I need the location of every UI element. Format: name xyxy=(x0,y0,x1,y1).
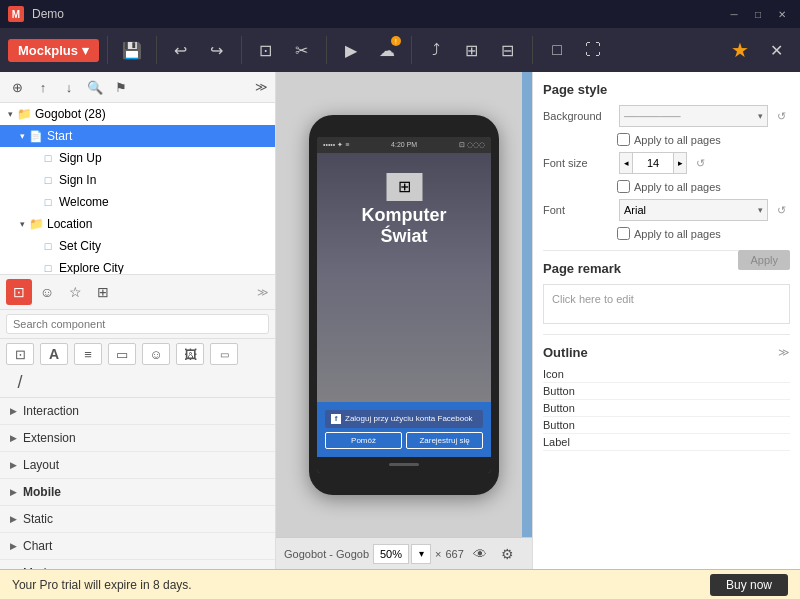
frame-button[interactable]: ⊡ xyxy=(250,34,282,66)
comp-icon-widget[interactable]: ⊡ xyxy=(6,343,34,365)
search-input[interactable] xyxy=(6,314,269,334)
outline-item-4[interactable]: Label xyxy=(543,434,790,451)
tree-root[interactable]: ▾ 📁 Gogobot (28) xyxy=(0,103,275,125)
monitor-button[interactable]: □ xyxy=(541,34,573,66)
comp-icon-input[interactable]: ▭ xyxy=(210,343,238,365)
phone-app-title: Komputer Świat xyxy=(361,205,448,247)
zoom-input[interactable] xyxy=(373,544,409,564)
brand-button[interactable]: Mockplus ▾ xyxy=(8,39,99,62)
font-apply-checkbox[interactable] xyxy=(617,227,630,240)
background-apply-row: Apply to all pages xyxy=(543,133,790,146)
cat-markup-header[interactable]: ▶ Markup xyxy=(0,560,275,569)
cat-extension-header[interactable]: ▶ Extension xyxy=(0,425,275,451)
canvas-settings-btn[interactable]: ⚙ xyxy=(496,542,520,566)
zoom-dropdown-btn[interactable]: ▾ xyxy=(411,544,431,564)
background-dropdown[interactable]: ──────── ▾ xyxy=(619,105,768,127)
close-button[interactable]: ✕ xyxy=(772,6,792,22)
star-button[interactable]: ★ xyxy=(724,34,756,66)
font-size-value[interactable]: 14 xyxy=(633,152,673,174)
tree-item-location[interactable]: ▾ 📁 Location xyxy=(0,213,275,235)
comp-collapse-btn[interactable]: ≫ xyxy=(257,286,269,299)
font-size-increment-btn[interactable]: ▸ xyxy=(673,152,687,174)
comp-icon-image[interactable]: 🖼 xyxy=(176,343,204,365)
outline-item-0[interactable]: Icon xyxy=(543,366,790,383)
cat-layout: ▶ Layout xyxy=(0,452,275,479)
tree-down-btn[interactable]: ↓ xyxy=(58,76,80,98)
save-button[interactable]: 💾 xyxy=(116,34,148,66)
outline-collapse-btn[interactable]: ≫ xyxy=(778,346,790,359)
comp-tab-emoji[interactable]: ☺ xyxy=(34,279,60,305)
comp-icon-text[interactable]: A xyxy=(40,343,68,365)
comp-icon-line[interactable]: / xyxy=(6,371,34,393)
undo-button[interactable]: ↩ xyxy=(165,34,197,66)
tree-filter-btn[interactable]: ⚑ xyxy=(110,76,132,98)
brand-label: Mockplus xyxy=(18,43,78,58)
crop-button[interactable]: ✂ xyxy=(286,34,318,66)
share-button[interactable]: ⤴ xyxy=(420,34,452,66)
tree-new-folder-btn[interactable]: ⊕ xyxy=(6,76,28,98)
font-dropdown[interactable]: Arial ▾ xyxy=(619,199,768,221)
font-size-row: Font size ◂ 14 ▸ ↺ xyxy=(543,152,790,174)
tree-item-setcity[interactable]: □ Set City xyxy=(0,235,275,257)
font-label: Font xyxy=(543,204,613,216)
canvas-footer-label: Gogobot - Gogob xyxy=(284,548,369,560)
tree-item-signin[interactable]: □ Sign In xyxy=(0,169,275,191)
fullscreen-button[interactable]: ⛶ xyxy=(577,34,609,66)
cloud-button[interactable]: ☁ ! xyxy=(371,34,403,66)
canvas-width-value: 667 xyxy=(445,548,463,560)
background-apply-checkbox[interactable] xyxy=(617,133,630,146)
comp-tab-favorites[interactable]: ☆ xyxy=(62,279,88,305)
redo-button[interactable]: ↪ xyxy=(201,34,233,66)
font-size-reset-btn[interactable]: ↺ xyxy=(691,154,709,172)
cat-mobile-header[interactable]: ▶ Mobile xyxy=(0,479,275,505)
font-size-decrement-btn[interactable]: ◂ xyxy=(619,152,633,174)
comp-icon-rectangle[interactable]: ▭ xyxy=(108,343,136,365)
apply-button[interactable]: Apply xyxy=(738,250,790,270)
phone-facebook-login-btn[interactable]: f Zaloguj przy użyciu konta Facebook xyxy=(325,410,483,428)
play-button[interactable]: ▶ xyxy=(335,34,367,66)
phone-login-btn[interactable]: Pomóż xyxy=(325,432,402,449)
comp-tab-components[interactable]: ⊡ xyxy=(6,279,32,305)
tree-up-btn[interactable]: ↑ xyxy=(32,76,54,98)
outline-item-3[interactable]: Button xyxy=(543,417,790,434)
maximize-button[interactable]: □ xyxy=(748,6,768,22)
phone-fb-icon: f xyxy=(331,414,341,424)
comp-icon-emoji[interactable]: ☺ xyxy=(142,343,170,365)
tree-collapse-btn[interactable]: ≫ xyxy=(253,76,269,98)
phone-register-btn[interactable]: Zarejestruj się xyxy=(406,432,483,449)
cat-layout-header[interactable]: ▶ Layout xyxy=(0,452,275,478)
cat-mobile: ▶ Mobile xyxy=(0,479,275,506)
cat-markup: ▶ Markup xyxy=(0,560,275,569)
minimize-button[interactable]: ─ xyxy=(724,6,744,22)
background-reset-btn[interactable]: ↺ xyxy=(772,107,790,125)
tree-item-signup[interactable]: □ Sign Up xyxy=(0,147,275,169)
canvas-content: ••••• ✦ ≡ 4:20 PM ⊡ ◌◌◌ ⊞ Komputer Świat xyxy=(276,72,532,537)
cat-layout-arrow: ▶ xyxy=(10,460,17,470)
signin-page-icon: □ xyxy=(40,172,56,188)
cat-interaction-header[interactable]: ▶ Interaction xyxy=(0,398,275,424)
font-reset-btn[interactable]: ↺ xyxy=(772,201,790,219)
tree-item-start[interactable]: ▾ 📄 Start xyxy=(0,125,275,147)
font-apply-label: Apply to all pages xyxy=(634,228,721,240)
outline-item-2[interactable]: Button xyxy=(543,400,790,417)
cat-chart: ▶ Chart xyxy=(0,533,275,560)
tree-item-explorecity[interactable]: □ Explore City xyxy=(0,257,275,275)
comp-tab-table[interactable]: ⊞ xyxy=(90,279,116,305)
comp-icon-textblock[interactable]: ≡ xyxy=(74,343,102,365)
cat-static-header[interactable]: ▶ Static xyxy=(0,506,275,532)
cat-chart-header[interactable]: ▶ Chart xyxy=(0,533,275,559)
canvas-preview-btn[interactable]: 👁 xyxy=(468,542,492,566)
page-remark-box[interactable]: Click here to edit xyxy=(543,284,790,324)
outline-item-1-label: Button xyxy=(543,385,575,397)
extend-button[interactable]: ⊟ xyxy=(492,34,524,66)
tree-search-btn[interactable]: 🔍 xyxy=(84,76,106,98)
toolbar-close-button[interactable]: ✕ xyxy=(760,34,792,66)
font-size-apply-row: Apply to all pages xyxy=(543,180,790,193)
buy-now-button[interactable]: Buy now xyxy=(710,574,788,596)
outline-item-1[interactable]: Button xyxy=(543,383,790,400)
toolbar-separator-1 xyxy=(107,36,108,64)
font-size-apply-checkbox[interactable] xyxy=(617,180,630,193)
tree-item-welcome[interactable]: □ Welcome xyxy=(0,191,275,213)
grid-button[interactable]: ⊞ xyxy=(456,34,488,66)
tree-item-welcome-label: Welcome xyxy=(59,195,109,209)
